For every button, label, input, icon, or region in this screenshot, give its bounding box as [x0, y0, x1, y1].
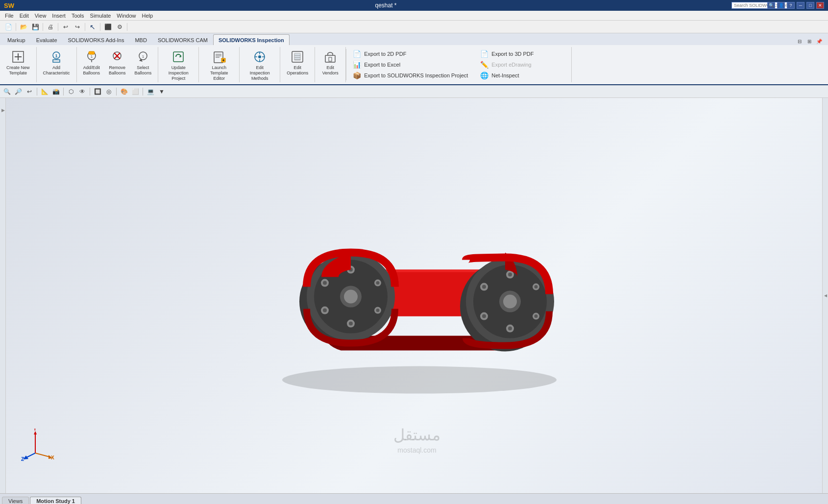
- export-edrawing-btn: ✏️ Export eDrawing: [478, 60, 567, 70]
- export-2d-pdf-btn[interactable]: 📄 Export to 2D PDF: [350, 49, 470, 59]
- watermark-line2: mostaql.com: [393, 446, 440, 454]
- display-style-btn[interactable]: ⬡: [66, 87, 76, 96]
- launch-template-editor-btn[interactable]: LaunchTemplate Editor: [202, 47, 236, 77]
- select-ptr-btn[interactable]: ↖: [87, 22, 98, 32]
- menu-tools[interactable]: Tools: [69, 12, 87, 20]
- normal-view-btn[interactable]: 📐: [40, 87, 49, 96]
- menubar: File Edit View Insert Tools Simulate Win…: [0, 11, 828, 21]
- z-axis-label: Z: [21, 456, 24, 462]
- menu-edit[interactable]: Edit: [17, 12, 32, 20]
- viewport-canvas[interactable]: Y Z X مستقل mostaql.com ◀: [6, 98, 828, 493]
- group-template-editor: LaunchTemplate Editor: [199, 47, 240, 82]
- save-btn[interactable]: 💾: [30, 22, 41, 32]
- export-sw-project-btn[interactable]: 📦 Export to SOLIDWORKS Inspection Projec…: [350, 71, 470, 80]
- appearance-btn[interactable]: 🎨: [119, 87, 129, 96]
- export-excel-label: Export to Excel: [364, 62, 400, 68]
- undo-btn[interactable]: ↩: [60, 22, 71, 32]
- svg-rect-32: [329, 57, 332, 61]
- ribbon-expand-btn[interactable]: ⊞: [805, 37, 813, 45]
- belt-drive-model: [245, 189, 588, 394]
- titlebar-controls: 🔍 👤 ? ─ □ ✕: [757, 2, 824, 9]
- tab-cam[interactable]: SOLIDWORKS CAM: [152, 34, 213, 45]
- right-panel-handle[interactable]: ◀: [822, 98, 828, 493]
- sep4: [85, 23, 85, 31]
- tab-motion-study[interactable]: Motion Study 1: [30, 497, 81, 504]
- menu-window[interactable]: Window: [114, 12, 139, 20]
- menu-insert[interactable]: Insert: [49, 12, 69, 20]
- group-template-inner: LaunchTemplate Editor: [202, 47, 236, 82]
- tab-addins[interactable]: SOLIDWORKS Add-Ins: [63, 34, 130, 45]
- view-more-btn[interactable]: ▼: [157, 87, 167, 96]
- section-view-btn[interactable]: 🔲: [93, 87, 102, 96]
- redo-btn[interactable]: ↪: [72, 22, 83, 32]
- tab-mbd[interactable]: MBD: [129, 34, 152, 45]
- edit-methods-icon: [252, 49, 268, 64]
- open-btn[interactable]: 📂: [18, 22, 29, 32]
- display-mgr-btn[interactable]: 💻: [146, 87, 155, 96]
- ribbon-content: Create NewTemplate 1 AddCharacteristic: [0, 45, 828, 84]
- launch-template-icon: [211, 49, 227, 64]
- net-inspect-btn[interactable]: 🌐 Net-Inspect: [478, 71, 567, 80]
- remove-balloons-btn[interactable]: 1 RemoveBalloons: [105, 47, 129, 77]
- zoom-fit-btn[interactable]: 🔍: [2, 87, 12, 96]
- user-icon[interactable]: 👤: [777, 2, 785, 9]
- menu-help[interactable]: Help: [139, 12, 156, 20]
- create-template-label: Create NewTemplate: [6, 65, 30, 76]
- help-btn[interactable]: ?: [787, 2, 795, 9]
- rp-bolt1-inner: [508, 272, 512, 276]
- ribbon-pin-btn[interactable]: 📌: [815, 37, 823, 45]
- edit-operations-btn[interactable]: EditOperations: [283, 47, 312, 77]
- edit-vendors-btn[interactable]: EditVendors: [318, 47, 342, 77]
- toolbar-strip: 🔍 🔎 ↩ 📐 📸 ⬡ 👁 🔲 ◎ 🎨 ⬜ 💻 ▼: [0, 85, 828, 98]
- lp-bolt3-inner: [323, 281, 327, 285]
- print-btn[interactable]: 🖨: [45, 22, 56, 32]
- minimize-button[interactable]: ─: [797, 2, 804, 9]
- maximize-button[interactable]: □: [806, 2, 814, 9]
- remove-balloons-label: RemoveBalloons: [109, 65, 126, 76]
- menu-file[interactable]: File: [2, 12, 17, 20]
- select-balloons-label: SelectBalloons: [135, 65, 152, 76]
- zoom-area-btn[interactable]: 🔎: [13, 87, 23, 96]
- hide-show-btn[interactable]: 👁: [77, 87, 87, 96]
- select-balloons-btn[interactable]: 1 SelectBalloons: [131, 47, 155, 77]
- tab-views-label: Views: [8, 498, 23, 504]
- help-button[interactable]: [757, 2, 765, 9]
- group-create-template: Create NewTemplate: [0, 47, 37, 82]
- add-characteristic-btn[interactable]: 1 AddCharacteristic: [40, 47, 73, 77]
- group-update-project: Update InspectionProject: [158, 47, 199, 82]
- settings-btn[interactable]: ⚙: [114, 22, 125, 32]
- group-vendors-inner: EditVendors: [318, 47, 342, 82]
- export-3d-pdf-label: Export to 3D PDF: [491, 51, 534, 57]
- tab-inspection[interactable]: SOLIDWORKS Inspection: [213, 34, 290, 45]
- ribbon-collapse-btn[interactable]: ⊟: [796, 37, 804, 45]
- export-3d-pdf-btn[interactable]: 📄 Export to 3D PDF: [478, 49, 567, 59]
- search-btn[interactable]: 🔍: [767, 2, 775, 9]
- svg-text:1: 1: [91, 54, 93, 59]
- handle-arrow: ◀: [824, 293, 827, 298]
- left-panel-tab[interactable]: ▶: [0, 104, 6, 117]
- model-shadow: [282, 366, 557, 393]
- export-excel-btn[interactable]: 📊 Export to Excel: [350, 60, 470, 70]
- tab-markup[interactable]: Markup: [2, 34, 31, 45]
- group-edit-vendors: EditVendors: [315, 47, 346, 82]
- view-focus-btn[interactable]: ◎: [104, 87, 114, 96]
- edit-inspection-methods-btn[interactable]: Edit InspectionMethods: [243, 47, 277, 77]
- rebuild-btn[interactable]: ⬛: [102, 22, 113, 32]
- new-file-btn[interactable]: 📄: [3, 22, 14, 32]
- net-inspect-icon: 🌐: [480, 72, 488, 79]
- create-new-template-btn[interactable]: Create NewTemplate: [3, 47, 33, 77]
- menu-view[interactable]: View: [32, 12, 49, 20]
- prev-view-btn[interactable]: ↩: [24, 87, 34, 96]
- view-orient-btn[interactable]: 📸: [51, 87, 61, 96]
- export-edrawing-label: Export eDrawing: [491, 62, 531, 68]
- menu-simulate[interactable]: Simulate: [87, 12, 114, 20]
- close-button[interactable]: ✕: [816, 2, 824, 9]
- update-inspection-project-btn[interactable]: Update InspectionProject: [161, 47, 195, 77]
- export-sw-label: Export to SOLIDWORKS Inspection Project: [364, 72, 468, 78]
- scene-btn[interactable]: ⬜: [130, 87, 140, 96]
- group-edit-operations: EditOperations: [280, 47, 315, 82]
- tab-views[interactable]: Views: [2, 497, 29, 504]
- add-edit-balloons-btn[interactable]: 1 Add/EditBalloons: [80, 47, 104, 77]
- tab-evaluate[interactable]: Evaluate: [31, 34, 63, 45]
- svg-rect-5: [53, 60, 60, 62]
